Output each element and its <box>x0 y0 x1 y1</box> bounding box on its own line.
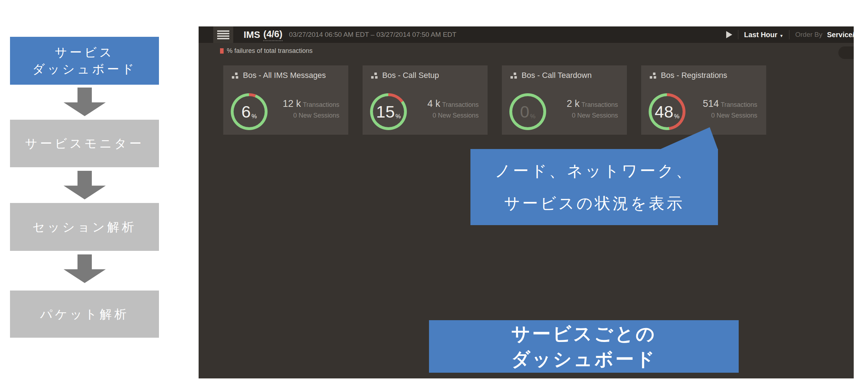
order-by-value[interactable]: Service/ <box>827 31 854 39</box>
callout-line: ノード、ネットワーク、 <box>495 155 694 187</box>
card-title: Bos - All IMS Messages <box>232 71 326 80</box>
nodes-icon <box>650 73 657 79</box>
callout-line: サービスの状況を表示 <box>504 187 684 219</box>
nodes-icon <box>371 73 378 79</box>
transactions-label: Transactions <box>442 101 479 108</box>
flow-step-packet-analysis: パケット解析 <box>10 291 159 338</box>
transactions-value: 514 <box>703 98 719 109</box>
top-bar-controls: Last Hour▼ Order By Service/ <box>726 26 854 43</box>
new-sessions-label: New Sessions <box>577 112 618 119</box>
flow-arrow-down-icon <box>64 254 106 283</box>
card-stats: 4 kTransactions 0 New Sessions <box>428 98 479 119</box>
new-sessions-label: New Sessions <box>438 112 479 119</box>
card-stats: 12 kTransactions 0 New Sessions <box>283 98 339 119</box>
failure-percent: 6% <box>231 93 268 130</box>
dashboard-title[interactable]: IMS (4/6) <box>244 26 283 43</box>
hamburger-icon[interactable] <box>213 26 233 43</box>
caret-down-icon: ▼ <box>779 34 783 38</box>
new-sessions-label: New Sessions <box>717 112 757 119</box>
card-stats: 514Transactions 0 New Sessions <box>703 98 757 119</box>
caption-service-dashboard: サービスごとの ダッシュボード <box>429 320 739 373</box>
failure-percent: 15% <box>370 93 407 130</box>
nodes-icon <box>510 73 518 79</box>
failure-donut-gauge: 15% <box>370 93 407 130</box>
transactions-value: 12 k <box>283 98 301 109</box>
new-sessions-value: 0 <box>711 112 715 119</box>
new-sessions-value: 0 <box>293 112 297 119</box>
caption-line: ダッシュボード <box>511 347 656 372</box>
failures-legend: % failures of total transactions <box>220 47 313 55</box>
dashboard-title-count: (4/6) <box>263 29 282 41</box>
scroll-pill[interactable] <box>838 46 854 59</box>
service-card-call-teardown[interactable]: Bos - Call Teardown 0% 2 kTransactions 0… <box>502 65 627 135</box>
service-card-registrations[interactable]: Bos - Registrations 48% 514Transactions … <box>641 65 766 135</box>
transactions-value: 4 k <box>428 98 440 109</box>
flow-arrow-down-icon <box>64 88 106 116</box>
failure-percent: 48% <box>649 93 685 130</box>
card-title: Bos - Call Setup <box>371 71 439 80</box>
dashboard-title-text: IMS <box>244 29 260 40</box>
card-stats: 2 kTransactions 0 New Sessions <box>567 98 618 119</box>
play-icon[interactable] <box>726 31 732 38</box>
flow-step-label: ダッシュボード <box>33 61 137 78</box>
failure-marker-icon <box>220 48 224 54</box>
divider <box>738 30 738 39</box>
card-title-label: Bos - Call Teardown <box>522 71 592 80</box>
order-by-label: Order By <box>795 31 822 39</box>
new-sessions-label: New Sessions <box>299 112 339 119</box>
card-title: Bos - Call Teardown <box>510 71 592 80</box>
failure-donut-gauge: 48% <box>649 93 685 130</box>
transactions-label: Transactions <box>721 101 757 108</box>
divider <box>789 30 789 39</box>
flow-arrow-down-icon <box>64 171 106 199</box>
flow-step-service-dashboard: サービス ダッシュボード <box>10 37 159 85</box>
new-sessions-value: 0 <box>572 112 575 119</box>
flow-step-label: サービス <box>55 44 114 61</box>
flow-step-label: サービスモニター <box>25 135 144 152</box>
new-sessions-value: 0 <box>433 112 436 119</box>
transactions-label: Transactions <box>582 101 618 108</box>
failure-donut-gauge: 6% <box>231 93 268 130</box>
transactions-value: 2 k <box>567 98 580 109</box>
card-title-label: Bos - Registrations <box>661 71 727 80</box>
service-card-all-ims-messages[interactable]: Bos - All IMS Messages 6% 12 kTransactio… <box>223 65 348 135</box>
flow-step-service-monitor: サービスモニター <box>10 120 159 167</box>
callout-status-display: ノード、ネットワーク、 サービスの状況を表示 <box>470 149 718 225</box>
caption-line: サービスごとの <box>511 321 656 346</box>
date-range: 03/27/2014 06:50 AM EDT – 03/27/2014 07:… <box>289 26 457 43</box>
flow-step-session-analysis: セッション解析 <box>10 203 159 251</box>
service-card-call-setup[interactable]: Bos - Call Setup 15% 4 kTransactions 0 N… <box>363 65 488 135</box>
card-title: Bos - Registrations <box>650 71 727 80</box>
top-bar: IMS (4/6) 03/27/2014 06:50 AM EDT – 03/2… <box>199 26 854 43</box>
flow-step-label: パケット解析 <box>40 306 129 323</box>
nodes-icon <box>232 73 239 79</box>
failures-legend-label: % failures of total transactions <box>227 47 313 55</box>
flow-step-label: セッション解析 <box>33 219 136 235</box>
failure-percent: 0% <box>509 93 546 130</box>
failure-donut-gauge: 0% <box>509 93 546 130</box>
time-filter-dropdown[interactable]: Last Hour▼ <box>744 31 783 39</box>
card-title-label: Bos - All IMS Messages <box>243 71 326 80</box>
card-title-label: Bos - Call Setup <box>382 71 439 80</box>
transactions-label: Transactions <box>303 101 339 108</box>
